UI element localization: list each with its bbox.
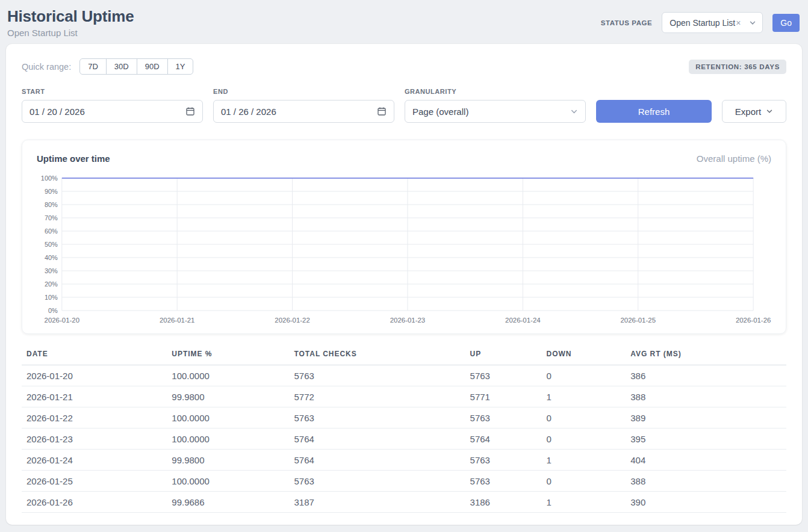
table-cell: 388: [626, 386, 786, 407]
table-cell: 1: [542, 386, 626, 407]
go-button[interactable]: Go: [772, 14, 800, 32]
svg-text:40%: 40%: [45, 254, 58, 261]
table-cell: 2026-01-25: [22, 471, 167, 492]
svg-text:20%: 20%: [45, 280, 58, 288]
quick-range-group: 7D 30D 90D 1Y: [79, 58, 193, 75]
svg-text:80%: 80%: [45, 201, 58, 208]
table-row: 2026-01-22100.0000576357630389: [22, 407, 786, 428]
column-header: UP: [465, 350, 542, 365]
svg-text:2026-01-22: 2026-01-22: [275, 317, 310, 324]
svg-text:2026-01-25: 2026-01-25: [620, 317, 656, 324]
uptime-table: DATE UPTIME % TOTAL CHECKS UP DOWN AVG R…: [22, 350, 786, 513]
table-cell: 5763: [465, 407, 542, 428]
calendar-icon[interactable]: [377, 107, 387, 116]
status-page-label: STATUS PAGE: [601, 19, 653, 26]
svg-text:50%: 50%: [45, 241, 58, 248]
status-page-value: Open Startup List: [670, 18, 735, 28]
table-row: 2026-01-25100.0000576357630388: [22, 471, 786, 492]
granularity-select[interactable]: Page (overall): [405, 100, 586, 123]
table-cell: 2026-01-26: [22, 492, 167, 513]
table-cell: 5771: [465, 386, 542, 407]
table-cell: 390: [626, 492, 786, 513]
chevron-down-icon: [766, 108, 773, 115]
end-date-label: END: [213, 88, 394, 95]
svg-text:2026-01-21: 2026-01-21: [160, 317, 195, 324]
table-cell: 0: [542, 471, 626, 492]
table-cell: 388: [626, 471, 786, 492]
table-header-row: DATE UPTIME % TOTAL CHECKS UP DOWN AVG R…: [22, 350, 786, 365]
chart-header: Uptime over time Overall uptime (%): [37, 153, 771, 164]
header-controls: STATUS PAGE Open Startup List × Go: [601, 12, 800, 33]
table-cell: 3186: [465, 492, 542, 513]
quick-range-button[interactable]: 30D: [106, 58, 137, 75]
table-cell: 5764: [289, 450, 465, 471]
table-cell: 2026-01-22: [22, 407, 167, 428]
table-cell: 100.0000: [167, 407, 289, 428]
end-date-input[interactable]: 01 / 26 / 2026: [213, 100, 394, 123]
chevron-down-icon: [749, 19, 756, 26]
table-cell: 0: [542, 407, 626, 428]
svg-text:10%: 10%: [45, 294, 58, 301]
end-date-field: END 01 / 26 / 2026: [213, 88, 394, 123]
end-date-value: 01 / 26 / 2026: [221, 107, 276, 117]
table-cell: 100.0000: [167, 428, 289, 450]
table-row: 2026-01-2699.9686318731861390: [22, 492, 786, 513]
page-heading-block: Historical Uptime Open Startup List: [7, 7, 134, 38]
svg-text:2026-01-24: 2026-01-24: [505, 317, 541, 324]
quick-range-button[interactable]: 1Y: [167, 58, 194, 75]
quick-range-row: Quick range: 7D 30D 90D 1Y RETENTION: 36…: [22, 58, 786, 75]
svg-text:30%: 30%: [45, 267, 58, 274]
chart-legend: Overall uptime (%): [697, 153, 771, 164]
quick-range-button[interactable]: 7D: [79, 58, 107, 75]
column-header: DOWN: [542, 350, 626, 365]
uptime-chart: 100%90%80%70%60%50%40%30%20%10%0%2026-01…: [37, 172, 771, 326]
export-button[interactable]: Export: [722, 100, 786, 123]
table-cell: 404: [626, 450, 786, 471]
chart-card: Uptime over time Overall uptime (%) 100%…: [22, 140, 786, 334]
table-cell: 3187: [289, 492, 465, 513]
table-cell: 2026-01-20: [22, 365, 167, 386]
table-row: 2026-01-2199.9800577257711388: [22, 386, 786, 407]
table-cell: 0: [542, 428, 626, 450]
table-cell: 5764: [289, 428, 465, 450]
column-header: TOTAL CHECKS: [289, 350, 465, 365]
table-row: 2026-01-23100.0000576457640395: [22, 428, 786, 450]
table-cell: 1: [542, 492, 626, 513]
table-cell: 5764: [465, 428, 542, 450]
granularity-label: GRANULARITY: [405, 88, 586, 95]
table-cell: 5763: [289, 365, 465, 386]
main-panel: Quick range: 7D 30D 90D 1Y RETENTION: 36…: [6, 44, 802, 525]
table-cell: 100.0000: [167, 365, 289, 386]
status-page-select[interactable]: Open Startup List ×: [662, 12, 763, 33]
table-cell: 99.9800: [167, 450, 289, 471]
start-date-input[interactable]: 01 / 20 / 2026: [22, 100, 203, 123]
table-cell: 5772: [289, 386, 465, 407]
table-cell: 5763: [465, 365, 542, 386]
chart-title: Uptime over time: [37, 153, 110, 164]
table-cell: 5763: [465, 471, 542, 492]
start-date-field: START 01 / 20 / 2026: [22, 88, 203, 123]
table-cell: 99.9800: [167, 386, 289, 407]
table-cell: 386: [626, 365, 786, 386]
table-cell: 5763: [465, 450, 542, 471]
refresh-button[interactable]: Refresh: [596, 100, 712, 123]
table-cell: 99.9686: [167, 492, 289, 513]
quick-range-control: Quick range: 7D 30D 90D 1Y: [22, 58, 193, 75]
export-label: Export: [735, 107, 761, 117]
quick-range-label: Quick range:: [22, 62, 71, 72]
clear-icon[interactable]: ×: [736, 18, 741, 28]
table-cell: 395: [626, 428, 786, 450]
retention-badge: RETENTION: 365 DAYS: [689, 60, 786, 74]
quick-range-button[interactable]: 90D: [137, 58, 168, 75]
svg-text:0%: 0%: [48, 307, 58, 314]
page-header: Historical Uptime Open Startup List STAT…: [0, 0, 808, 42]
granularity-field: GRANULARITY Page (overall): [405, 88, 586, 123]
column-header: UPTIME %: [167, 350, 289, 365]
svg-text:2026-01-26: 2026-01-26: [736, 317, 771, 324]
start-date-label: START: [22, 88, 203, 95]
table-row: 2026-01-20100.0000576357630386: [22, 365, 786, 386]
table-cell: 2026-01-21: [22, 386, 167, 407]
calendar-icon[interactable]: [185, 107, 195, 116]
table-cell: 389: [626, 407, 786, 428]
svg-text:2026-01-23: 2026-01-23: [390, 317, 426, 324]
